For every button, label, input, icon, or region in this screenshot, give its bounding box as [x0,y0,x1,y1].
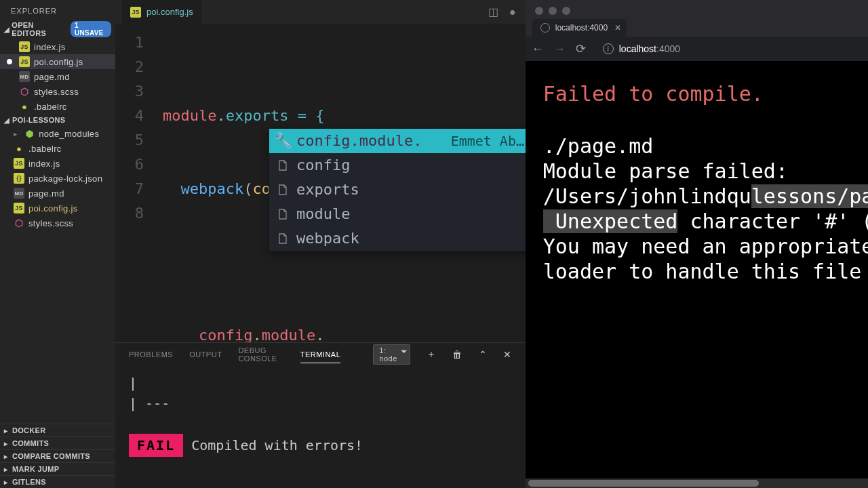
wrench-icon: 🔧 [276,129,290,153]
workspace-header[interactable]: ◢ POI-LESSONS [0,114,115,126]
chevron-right-icon: ▸ [4,453,11,460]
panel-tab-terminal[interactable]: TERMINAL [300,350,341,363]
tree-item[interactable]: {} package-lock.json [0,171,115,186]
compile-error-message: Compiled with errors! [191,437,363,453]
editor-tab[interactable]: JS poi.config.js [122,0,201,24]
section-docker[interactable]: ▸DOCKER [0,424,115,436]
autocomplete-item[interactable]: config [269,153,526,178]
json-icon: {} [14,173,24,184]
tree-item[interactable]: ● .babelrc [0,141,115,156]
sidebar-title: EXPLORER [0,0,115,19]
traffic-light-max[interactable] [562,7,570,15]
js-icon: JS [14,158,24,169]
tree-item[interactable]: JS index.js [0,156,115,171]
js-icon: JS [19,41,30,52]
panel-tab-debug[interactable]: DEBUG CONSOLE [238,346,283,363]
globe-icon [540,23,550,33]
file-name: node_modules [39,129,99,139]
browser-tabbar: localhost:4000 ✕ [526,19,868,37]
file-icon [276,184,290,195]
file-name: index.js [28,159,60,169]
tree-item[interactable]: MD page.md [0,186,115,201]
editor-tabbar: JS poi.config.js ◫ ● [115,0,526,24]
tab-filename: poi.config.js [146,7,193,17]
autocomplete-item[interactable]: module [269,202,526,226]
file-icon [276,233,290,244]
vscode-window: EXPLORER ◢ OPEN EDITORS 1 UNSAVE JS inde… [0,0,526,488]
js-icon: JS [130,7,141,18]
open-editor-item[interactable]: ⬡ styles.scss [0,84,115,99]
autocomplete-item[interactable]: webpack [269,226,526,251]
tree-item-folder[interactable]: ▸ ⬢ node_modules [0,126,115,141]
line-gutter: 12345678 [115,30,156,226]
autocomplete-item[interactable]: exports [269,178,526,202]
unsaved-badge: 1 UNSAVE [71,21,111,37]
url-text: localhost:4000 [619,43,680,54]
section-commits[interactable]: ▸COMMITS [0,436,115,449]
browser-tab[interactable]: localhost:4000 ✕ [532,19,627,37]
close-panel-icon[interactable]: ✕ [503,349,512,360]
editor-area: JS poi.config.js ◫ ● 12345678 module.exp… [115,0,526,488]
md-icon: MD [14,188,24,199]
autocomplete-popup: 🔧 config.module. Emmet Ab… i config expo… [269,128,526,251]
terminal-output[interactable]: | | --- FAIL Compiled with errors! [115,366,526,488]
error-title: Failed to compile. [543,81,868,106]
reload-button[interactable]: ⟳ [574,41,588,56]
scss-icon: ⬡ [14,218,24,228]
terminal-selector[interactable]: 1: node [373,344,410,365]
traffic-light-close[interactable] [535,7,543,15]
back-button[interactable]: ← [531,42,545,56]
terminal-line: FAIL Compiled with errors! [129,434,512,457]
browser-chrome: ▣ localhost:4000 ✕ ← → ⟳ i localhost:400… [526,0,868,61]
autocomplete-text: config.module. [296,129,422,153]
file-name: poi.config.js [34,57,83,67]
horizontal-scrollbar-thumb[interactable] [528,480,759,487]
fail-badge: FAIL [129,434,183,457]
close-tab-icon[interactable]: ✕ [614,23,621,33]
chevron-right-icon: ▸ [4,440,11,447]
error-body: ./page.md Module parse failed: /Users/jo… [543,134,868,284]
section-gitlens[interactable]: ▸GITLENS [0,475,115,488]
chevron-right-icon: ▸ [4,427,11,434]
tree-item[interactable]: JS poi.config.js [0,201,115,216]
kill-terminal-icon[interactable]: 🗑 [452,349,462,360]
js-icon: JS [19,56,30,67]
babel-icon: ● [14,143,24,154]
site-info-icon[interactable]: i [603,43,614,54]
code-editor[interactable]: 12345678 module.exports = { webpack(conf… [115,24,526,342]
open-editor-item[interactable]: MD page.md [0,69,115,84]
file-name: poi.config.js [28,203,78,214]
maximize-panel-icon[interactable]: ⌃ [479,349,488,360]
terminal-line: | [129,373,512,393]
panel-tabbar: PROBLEMS OUTPUT DEBUG CONSOLE TERMINAL 1… [115,343,526,366]
section-compare-commits[interactable]: ▸COMPARE COMMITS [0,449,115,462]
section-mark-jump[interactable]: ▸MARK JUMP [0,462,115,475]
terminal-line: | --- [129,393,512,413]
file-name: styles.scss [34,87,79,97]
address-bar[interactable]: i localhost:4000 [596,39,868,58]
chevron-right-icon: ▸ [4,466,11,473]
browser-tab-title: localhost:4000 [555,23,608,33]
file-icon [276,160,290,171]
open-editor-item[interactable]: JS index.js [0,39,115,54]
panel-tab-problems[interactable]: PROBLEMS [129,350,173,359]
bottom-panel: PROBLEMS OUTPUT DEBUG CONSOLE TERMINAL 1… [115,342,526,488]
autocomplete-item-selected[interactable]: 🔧 config.module. Emmet Ab… i [269,129,526,153]
md-icon: MD [19,71,30,82]
open-editors-header[interactable]: ◢ OPEN EDITORS 1 UNSAVE [0,19,115,39]
file-name: page.md [34,72,70,82]
traffic-light-min[interactable] [549,7,557,15]
chevron-right-icon: ▸ [14,130,17,138]
open-editor-item[interactable]: ● .babelrc [0,99,115,114]
panel-tab-output[interactable]: OUTPUT [189,350,222,359]
tree-item[interactable]: ⬡ styles.scss [0,216,115,230]
explorer-sidebar: EXPLORER ◢ OPEN EDITORS 1 UNSAVE JS inde… [0,0,115,488]
open-editor-item[interactable]: JS poi.config.js [0,54,115,69]
node-modules-icon: ⬢ [24,128,35,139]
more-icon[interactable]: ● [507,6,519,18]
browser-window: ▣ localhost:4000 ✕ ← → ⟳ i localhost:400… [526,0,868,488]
new-terminal-icon[interactable]: ＋ [427,348,437,361]
split-editor-icon[interactable]: ◫ [488,6,500,18]
open-editors-label: OPEN EDITORS [12,21,66,37]
browser-page[interactable]: Failed to compile. ./page.md Module pars… [526,61,868,488]
